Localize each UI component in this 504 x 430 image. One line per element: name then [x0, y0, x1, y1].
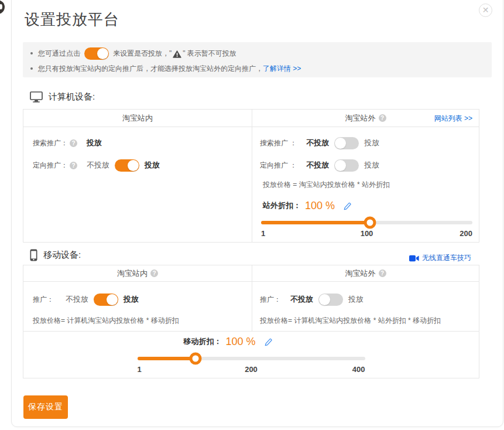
- note-line-2: 您只有投放淘宝站内的定向推广后，才能选择投放淘宝站外的定向推广， 了解详情 >>: [30, 61, 492, 76]
- edit-pencil-icon[interactable]: [343, 202, 351, 210]
- toggle-knob: [97, 48, 108, 59]
- note1-mid: 来设置是否投放，": [113, 46, 172, 61]
- help-icon[interactable]: ?: [70, 162, 77, 169]
- mobile-table-body: 推广： 不投放 投放 投放价格= 计算机淘宝站内投放价格 * 移动折扣 推广： …: [23, 282, 479, 331]
- mobile-table: 淘宝站内 ? 淘宝站外 ? 推广： 不投放 投放 投: [23, 265, 479, 378]
- note2-text: 您只有投放淘宝站内的定向推广后，才能选择投放淘宝站外的定向推广，: [38, 61, 263, 76]
- targeted-promo-off-label: 不投放: [87, 160, 109, 170]
- floating-badge-glyph: [0, 4, 2, 9]
- mobile-table-header: 淘宝站内 ? 淘宝站外 ?: [23, 265, 479, 282]
- toggle-knob: [107, 294, 118, 305]
- computer-onsite-cell: 搜索推广： ? 投放 定向推广： ? 不投放 投放: [23, 127, 252, 242]
- mobile-discount-slider: [138, 357, 365, 360]
- targeted-promo-label: 定向推广：: [33, 161, 68, 170]
- site-list-link[interactable]: 网站列表 >>: [434, 113, 472, 123]
- mobile-offsite-off-label: 不投放: [290, 294, 313, 305]
- help-icon[interactable]: ?: [150, 269, 158, 277]
- help-icon[interactable]: ?: [70, 139, 77, 147]
- note-line-1: 您可通过点击 来设置是否投放，" " 表示暂不可投放: [30, 46, 492, 61]
- mobile-discount-value: 100 %: [225, 336, 255, 348]
- search-promo-state: 投放: [87, 138, 102, 148]
- computer-offsite-header: 淘宝站外 ? 网站列表 >>: [252, 110, 479, 127]
- mobile-offsite-toggle[interactable]: [318, 294, 343, 306]
- slider-min-label: 1: [261, 229, 265, 238]
- mobile-offsite-promo-row: 推广： 不投放 投放: [252, 291, 479, 308]
- offsite-search-off-label: 不投放: [306, 138, 329, 148]
- mobile-offsite-header: 淘宝站外 ?: [252, 265, 479, 281]
- computer-section-header: 计算机设备:: [30, 91, 95, 103]
- offsite-search-promo-row: 搜索推广 ： 不投放 投放: [252, 132, 479, 154]
- floating-badge[interactable]: [0, 0, 5, 14]
- search-promo-row: 搜索推广： ? 投放: [23, 132, 252, 154]
- offsite-discount-label: 站外折扣：: [263, 200, 301, 211]
- mobile-slider-labels: 1 200 400: [138, 365, 365, 375]
- learn-more-link[interactable]: 了解详情 >>: [263, 61, 301, 76]
- mobile-offsite-cell: 推广： 不投放 投放 投放价格= 计算机淘宝站内投放价格 * 站外折扣 * 移动…: [252, 282, 479, 331]
- wireless-tips-link[interactable]: 无线直通车技巧: [409, 253, 471, 263]
- bullet-icon: [30, 67, 33, 70]
- offsite-discount-slider: [261, 221, 472, 224]
- video-camera-icon: [409, 255, 419, 262]
- slider-fill: [261, 221, 370, 224]
- targeted-promo-on-label: 投放: [145, 160, 160, 170]
- offsite-targeted-on-label: 投放: [364, 160, 379, 170]
- slider-mid-label: 200: [245, 365, 258, 374]
- desktop-monitor-icon: [30, 91, 43, 103]
- help-icon[interactable]: ?: [379, 114, 386, 122]
- example-toggle[interactable]: [84, 47, 109, 60]
- mobile-offsite-formula: 投放价格= 计算机淘宝站内投放价格 * 站外折扣 * 移动折扣: [252, 316, 479, 326]
- slider-max-label: 400: [352, 365, 365, 374]
- offsite-slider-labels: 1 100 200: [261, 229, 472, 239]
- note1-post: " 表示暂不可投放: [183, 46, 236, 61]
- warning-triangle-icon: [173, 50, 181, 58]
- computer-section-label: 计算机设备:: [49, 91, 95, 103]
- slider-handle[interactable]: [190, 353, 202, 365]
- slider-fill: [138, 357, 196, 360]
- mobile-onsite-cell: 推广： 不投放 投放 投放价格= 计算机淘宝站内投放价格 * 移动折扣: [23, 282, 252, 331]
- mobile-onsite-promo-row: 推广： 不投放 投放: [23, 291, 252, 308]
- computer-offsite-header-label: 淘宝站外: [345, 113, 376, 124]
- mobile-onsite-header-label: 淘宝站内: [117, 268, 148, 279]
- mobile-offsite-on-label: 投放: [348, 294, 364, 305]
- toggle-knob: [319, 294, 330, 305]
- mobile-onsite-promo-label: 推广：: [33, 295, 54, 305]
- mobile-onsite-on-label: 投放: [124, 294, 139, 305]
- offsite-targeted-promo-row: 定向推广 ： 不投放 投放: [252, 154, 479, 176]
- offsite-discount-value: 100 %: [305, 200, 335, 212]
- mobile-discount-label: 移动折扣：: [183, 336, 221, 347]
- offsite-search-toggle[interactable]: [334, 137, 359, 149]
- offsite-targeted-off-label: 不投放: [306, 160, 329, 170]
- settings-dialog: ✕ 设置投放平台 您可通过点击 来设置是否投放，" " 表示暂不可投放 您只有投…: [11, 0, 503, 427]
- mobile-section-label: 移动设备:: [43, 250, 81, 261]
- toggle-knob: [335, 160, 346, 171]
- targeted-promo-row: 定向推广： ? 不投放 投放: [23, 154, 252, 176]
- close-icon[interactable]: ✕: [479, 4, 492, 17]
- page: ✕ 设置投放平台 您可通过点击 来设置是否投放，" " 表示暂不可投放 您只有投…: [0, 0, 504, 430]
- save-settings-button[interactable]: 保存设置: [23, 395, 68, 419]
- smartphone-icon: [30, 249, 37, 261]
- computer-onsite-header-label: 淘宝站内: [122, 113, 153, 124]
- note1-pre: 您可通过点击: [38, 46, 80, 61]
- toggle-knob: [128, 160, 139, 171]
- slider-max-label: 200: [460, 229, 472, 238]
- offsite-targeted-promo-label: 定向推广 ：: [260, 161, 297, 170]
- slider-min-label: 1: [138, 365, 142, 374]
- mobile-section-header: 移动设备: 无线直通车技巧: [30, 249, 479, 261]
- mobile-discount-row: 移动折扣： 100 % 1 200 400: [23, 331, 479, 378]
- computer-table: 淘宝站内 淘宝站外 ? 网站列表 >> 搜索推广： ? 投放: [23, 109, 479, 243]
- offsite-targeted-toggle[interactable]: [334, 159, 359, 172]
- wireless-tips-label: 无线直通车技巧: [422, 253, 471, 263]
- mobile-offsite-header-label: 淘宝站外: [345, 268, 376, 279]
- offsite-search-promo-label: 搜索推广 ：: [260, 138, 297, 148]
- mobile-discount-line: 移动折扣： 100 %: [0, 334, 455, 349]
- computer-table-header: 淘宝站内 淘宝站外 ? 网站列表 >>: [23, 110, 479, 127]
- mobile-onsite-toggle[interactable]: [94, 294, 118, 306]
- help-icon[interactable]: ?: [379, 269, 386, 277]
- targeted-promo-toggle[interactable]: [115, 159, 139, 172]
- slider-handle[interactable]: [364, 217, 376, 229]
- offsite-price-formula: 投放价格 = 淘宝站内投放价格 * 站外折扣: [263, 180, 479, 190]
- slider-mid-label: 100: [361, 229, 373, 238]
- computer-offsite-cell: 搜索推广 ： 不投放 投放 定向推广 ： 不投放 投放 投放价格 = 淘宝站内投…: [252, 127, 479, 242]
- bullet-icon: [30, 52, 33, 54]
- edit-pencil-icon[interactable]: [264, 338, 272, 346]
